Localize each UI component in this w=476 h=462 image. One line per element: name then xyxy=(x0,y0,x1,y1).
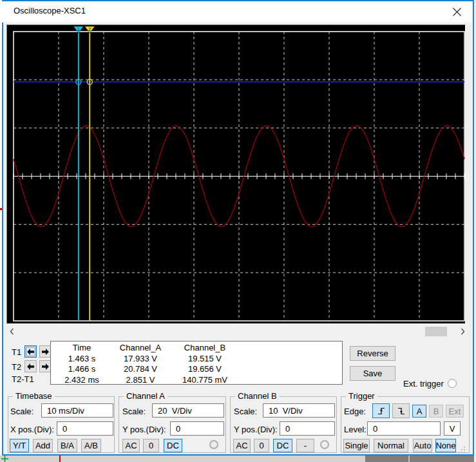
scope-graticule-and-traces[interactable]: 12 xyxy=(7,25,465,323)
trigger-source-a-button[interactable]: A xyxy=(412,405,426,418)
channel-a-ac-button[interactable]: AC xyxy=(122,439,140,452)
timebase-xpos-input[interactable]: 0 xyxy=(57,421,113,436)
chevron-left-icon xyxy=(10,328,14,335)
readout-diff-channel-a: 2.851 V xyxy=(113,375,168,386)
circuit-wire-light xyxy=(408,456,410,462)
channel-b-zero-button[interactable]: 0 xyxy=(254,439,269,452)
resize-grip[interactable] xyxy=(457,445,466,454)
timebase-mode-ba-button[interactable]: B/A xyxy=(57,439,77,452)
readout-header-time: Time xyxy=(51,343,113,354)
channel-b-invert-button[interactable]: - xyxy=(296,439,314,452)
arrow-left-icon xyxy=(27,363,34,370)
trigger-group-title: Trigger xyxy=(346,391,377,401)
cursor2-label: T2 xyxy=(12,362,21,372)
channel-a-ypos-input[interactable]: 0 xyxy=(170,421,224,436)
readout-diff-time: 2.432 ms xyxy=(51,375,113,386)
oscilloscope-display[interactable]: 12 xyxy=(6,24,466,324)
trigger-level-unit[interactable]: V xyxy=(444,421,461,436)
trigger-edge-label: Edge: xyxy=(344,407,366,416)
timebase-scale-input[interactable]: 10 ms/Div xyxy=(41,403,113,418)
workspace-panel-background xyxy=(365,456,476,462)
ext-trigger-label: Ext. trigger xyxy=(403,379,444,389)
arrow-right-icon xyxy=(42,349,49,355)
readout-t1-channel-b: 19.515 V xyxy=(168,354,242,365)
ext-trigger-terminal[interactable] xyxy=(448,379,457,388)
svg-text:2: 2 xyxy=(88,26,91,32)
trigger-falling-edge-button[interactable] xyxy=(392,403,410,418)
trigger-rising-edge-button[interactable] xyxy=(372,403,390,418)
channel-a-scale-label: Scale: xyxy=(122,407,146,416)
readout-t1-time: 1.463 s xyxy=(51,354,113,365)
channel-a-scale-input[interactable]: 20 V/Div xyxy=(152,403,224,418)
readout-t2-time: 1.466 s xyxy=(51,364,113,375)
trigger-source-ext-button[interactable]: Ext xyxy=(446,405,464,418)
arrow-left-icon xyxy=(27,349,34,355)
trigger-source-b-button[interactable]: B xyxy=(429,405,443,418)
channel-b-dc-button[interactable]: DC xyxy=(273,439,292,452)
readout-diff-channel-b: 140.775 mV xyxy=(168,375,242,386)
channel-a-terminal[interactable] xyxy=(209,440,218,449)
close-button[interactable] xyxy=(448,5,465,19)
trigger-level-label: Level: xyxy=(344,425,367,434)
channel-a-dc-button[interactable]: DC xyxy=(164,439,182,452)
timebase-mode-ab-button[interactable]: A/B xyxy=(81,439,101,452)
close-icon xyxy=(452,7,462,17)
reverse-button[interactable]: Reverse xyxy=(350,346,395,361)
timebase-mode-yt-button[interactable]: Y/T xyxy=(10,439,29,452)
scroll-right-button[interactable] xyxy=(457,327,468,336)
readout-header-channel-a: Channel_A xyxy=(113,343,168,354)
trigger-mode-normal-button[interactable]: Normal xyxy=(374,439,408,452)
channel-b-ac-button[interactable]: AC xyxy=(233,439,251,452)
channel-b-terminal[interactable] xyxy=(320,440,329,449)
trigger-mode-auto-button[interactable]: Auto xyxy=(413,439,432,452)
channel-b-ypos-label: Y pos.(Div): xyxy=(234,425,278,434)
save-button[interactable]: Save xyxy=(350,366,395,381)
channel-b-scale-input[interactable]: 10 V/Div xyxy=(263,403,335,418)
falling-edge-icon xyxy=(397,407,406,416)
trigger-mode-single-button[interactable]: Single xyxy=(343,439,370,452)
scroll-left-button[interactable] xyxy=(6,327,17,336)
readout-t2-channel-b: 19.656 V xyxy=(168,364,242,375)
readout-header-channel-b: Channel_B xyxy=(168,343,242,354)
timebase-scale-label: Scale: xyxy=(10,407,33,416)
cursor2-left-button[interactable] xyxy=(24,360,37,372)
cursor1-label: T1 xyxy=(12,347,21,357)
circuit-wire-red-vertical xyxy=(59,456,61,462)
screen: Oscilloscope-XSC1 12 T1 T2 T2-T1 Time xyxy=(0,0,476,462)
scope-horizontal-scrollbar[interactable] xyxy=(6,325,468,338)
trigger-mode-none-button[interactable]: None xyxy=(435,439,456,452)
arrow-right-icon xyxy=(42,363,49,370)
readout-t2-channel-a: 20.784 V xyxy=(113,364,168,375)
readout-t1-channel-a: 17.933 V xyxy=(113,354,168,365)
scrollbar-thumb[interactable] xyxy=(425,327,447,336)
window-title: Oscilloscope-XSC1 xyxy=(14,6,86,15)
measurement-readout: Time Channel_A Channel_B 1.463 s 17.933 … xyxy=(50,341,343,385)
channel-b-group-title: Channel B xyxy=(235,391,280,401)
timebase-group-title: Timebase xyxy=(13,391,55,401)
channel-b-ypos-input[interactable]: 0 xyxy=(280,421,335,436)
rising-edge-icon xyxy=(377,407,386,416)
channel-a-group-title: Channel A xyxy=(124,391,167,401)
channel-a-ypos-label: Y pos.(Div): xyxy=(122,425,166,434)
timebase-xpos-label: X pos.(Div): xyxy=(10,425,54,434)
cursor-diff-label: T2-T1 xyxy=(12,374,34,384)
workspace-background xyxy=(0,456,365,462)
timebase-mode-add-button[interactable]: Add xyxy=(33,439,53,452)
trigger-level-input[interactable]: 0 xyxy=(367,421,441,436)
cursor-cross-icon xyxy=(1,456,8,462)
svg-text:1: 1 xyxy=(77,26,81,32)
chevron-right-icon xyxy=(461,328,465,335)
channel-a-zero-button[interactable]: 0 xyxy=(143,439,159,452)
channel-b-scale-label: Scale: xyxy=(234,407,257,416)
cursor1-left-button[interactable] xyxy=(24,345,37,358)
